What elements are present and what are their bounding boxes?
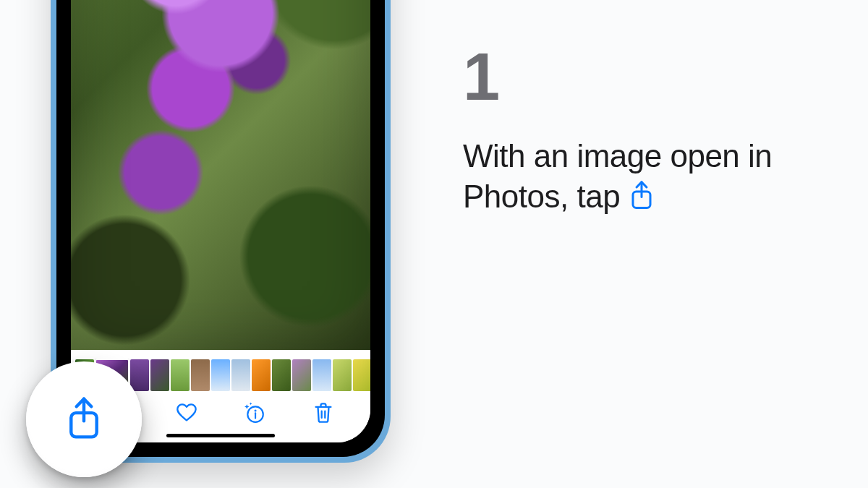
step-text: With an image open in Photos, tap (463, 136, 825, 218)
current-photo[interactable] (71, 0, 370, 350)
thumbnail[interactable] (272, 359, 291, 391)
step-text-content: With an image open in Photos, tap (463, 138, 772, 214)
inline-share-icon (629, 180, 655, 212)
favorite-button[interactable] (171, 397, 203, 429)
thumbnail[interactable] (191, 359, 210, 391)
thumbnail[interactable] (252, 359, 271, 391)
info-sparkle-icon (244, 402, 265, 424)
delete-button[interactable] (307, 397, 339, 429)
thumbnail[interactable] (150, 359, 169, 391)
thumbnail[interactable] (130, 359, 149, 391)
share-icon (64, 397, 104, 442)
thumbnail[interactable] (333, 359, 352, 391)
heart-icon (176, 402, 197, 424)
instruction-panel: 1 With an image open in Photos, tap (463, 43, 825, 218)
thumbnail[interactable] (231, 359, 250, 391)
magnified-share-callout (26, 361, 142, 477)
trash-icon (312, 402, 334, 424)
thumbnail[interactable] (171, 359, 190, 391)
thumbnail[interactable] (353, 359, 370, 391)
thumbnail[interactable] (211, 359, 230, 391)
step-number: 1 (463, 43, 825, 110)
share-icon (629, 180, 655, 212)
home-indicator[interactable] (166, 434, 275, 437)
info-button[interactable] (239, 397, 271, 429)
thumbnail[interactable] (312, 359, 331, 391)
thumbnail[interactable] (292, 359, 311, 391)
